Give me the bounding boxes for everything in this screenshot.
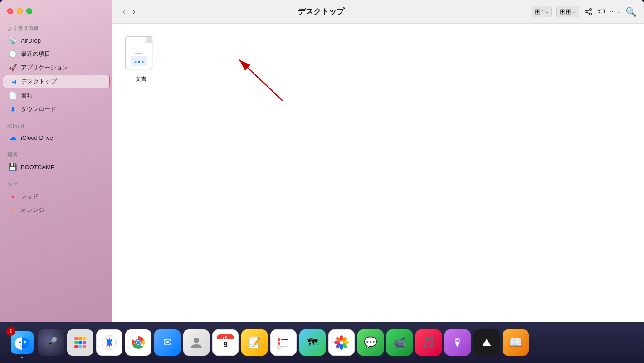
annotation-arrow xyxy=(212,51,285,107)
file-item-docx[interactable]: ___ ___ ___ DOCX 文書 xyxy=(122,33,161,87)
recents-icon: 🕒 xyxy=(8,50,17,58)
grid-icon: ⊞ xyxy=(535,7,541,16)
view-grid-button[interactable]: ⊞ ⌃⌄ xyxy=(532,6,552,17)
dock-app-books[interactable]: 📖 xyxy=(503,329,529,356)
sidebar-item-applications[interactable]: 2 🚀 アプリケーション xyxy=(3,61,110,74)
svg-line-1 xyxy=(239,60,283,101)
dock-app-siri[interactable]: 🎤 xyxy=(38,329,64,356)
search-button[interactable]: 🔍 xyxy=(625,6,637,17)
tag-orange-icon: ● xyxy=(8,207,17,213)
dock-app-reminders[interactable] xyxy=(270,329,297,356)
airdrop-label: AirDrop xyxy=(21,37,41,44)
tag-red-icon: ● xyxy=(8,193,17,200)
step1-badge: 1 xyxy=(6,327,15,336)
documents-label: 書類 xyxy=(21,92,33,100)
file-icon: ___ ___ ___ DOCX xyxy=(125,36,157,73)
downloads-icon: ⬇ xyxy=(8,105,17,113)
icloud-icon: ☁ xyxy=(8,133,17,142)
fullscreen-button[interactable] xyxy=(26,8,32,14)
calendar-icon: 9月 8 xyxy=(217,334,234,351)
tags-section-label: タグ xyxy=(0,177,112,190)
tag-button[interactable]: 🏷 xyxy=(597,7,605,16)
minimize-button[interactable] xyxy=(17,8,23,14)
chrome-icon xyxy=(130,334,147,351)
mail-icon: ✉ xyxy=(163,337,171,348)
downloads-label: ダウンロード xyxy=(21,105,56,113)
podcasts-icon: 🎙 xyxy=(452,336,463,349)
dock-app-chrome[interactable] xyxy=(125,329,151,356)
dock: 1 xyxy=(0,322,644,363)
svg-point-17 xyxy=(74,345,78,348)
file-fold xyxy=(146,37,152,43)
applications-icon: 🚀 xyxy=(8,64,17,72)
share-button[interactable] xyxy=(584,7,593,16)
desktop-icon: 🖥 xyxy=(9,78,18,86)
dock-app-contacts[interactable] xyxy=(183,329,210,356)
bootcamp-icon: 💾 xyxy=(8,163,17,171)
dock-app-launchpad[interactable] xyxy=(67,329,93,356)
svg-text:9月: 9月 xyxy=(223,336,228,339)
dock-app-podcasts[interactable]: 🎙 xyxy=(444,329,471,356)
svg-point-19 xyxy=(83,345,86,348)
locations-section-label: 場所 xyxy=(0,148,112,160)
finder-icon xyxy=(11,331,34,354)
launchpad-icon xyxy=(72,334,88,351)
file-area: ___ ___ ___ DOCX 文書 xyxy=(112,24,644,322)
maps-icon: 🗺 xyxy=(307,337,317,348)
sidebar-item-icloud-drive[interactable]: ☁ iCloud Drive xyxy=(3,131,110,144)
more-button[interactable]: ···⌄ xyxy=(610,7,621,16)
sidebar-item-documents[interactable]: 📄 書類 xyxy=(3,89,110,102)
safari-icon xyxy=(101,334,118,351)
dock-app-notes[interactable]: 📝 xyxy=(241,329,268,356)
music-icon: 🎵 xyxy=(422,336,435,349)
close-button[interactable] xyxy=(7,8,13,14)
dock-app-safari[interactable] xyxy=(96,329,122,356)
view-columns-button[interactable]: ⊞⊞ ⌄ xyxy=(556,6,579,17)
file-icon-label2: ___ xyxy=(135,45,143,49)
svg-point-14 xyxy=(74,341,78,344)
svg-point-15 xyxy=(78,341,82,344)
file-type-label: DOCX xyxy=(133,60,144,64)
sidebar: よく使う項目 📡 AirDrop 🕒 最近の項目 2 🚀 アプリケーション 🖥 … xyxy=(0,0,112,322)
facetime-icon: 📹 xyxy=(393,336,406,349)
sidebar-item-desktop[interactable]: 🖥 デスクトップ xyxy=(3,75,110,88)
file-icon-label: ___ xyxy=(135,40,143,45)
dock-app-mail[interactable]: ✉ xyxy=(154,329,181,356)
documents-icon: 📄 xyxy=(8,92,17,100)
columns-icon: ⊞⊞ xyxy=(560,7,571,16)
appletv-icon xyxy=(478,334,495,351)
svg-point-37 xyxy=(278,338,280,341)
svg-rect-42 xyxy=(281,346,288,347)
siri-icon: 🎤 xyxy=(45,337,58,348)
svg-point-30 xyxy=(137,341,140,344)
icloud-drive-label: iCloud Drive xyxy=(21,134,53,141)
svg-point-41 xyxy=(278,346,280,348)
dock-app-calendar[interactable]: 9月 8 xyxy=(212,329,239,356)
sidebar-item-tag-orange[interactable]: ● オレンジ xyxy=(3,204,110,216)
dock-app-photos[interactable] xyxy=(328,329,355,356)
airdrop-icon: 📡 xyxy=(8,36,17,44)
finder-window: よく使う項目 📡 AirDrop 🕒 最近の項目 2 🚀 アプリケーション 🖥 … xyxy=(0,0,644,322)
recents-label: 最近の項目 xyxy=(21,50,50,58)
dock-app-facetime[interactable]: 📹 xyxy=(386,329,413,356)
sidebar-item-downloads[interactable]: ⬇ ダウンロード xyxy=(3,103,110,116)
sidebar-item-bootcamp[interactable]: 💾 BOOTCAMP xyxy=(3,161,110,173)
file-name-label: 文書 xyxy=(136,75,146,83)
messages-icon: 💬 xyxy=(364,336,377,349)
svg-point-9 xyxy=(24,341,26,343)
dock-app-messages[interactable]: 💬 xyxy=(357,329,384,356)
dock-app-maps[interactable]: 🗺 xyxy=(299,329,326,356)
sidebar-item-tag-red[interactable]: ● レッド xyxy=(3,190,110,203)
notes-icon: 📝 xyxy=(249,337,261,348)
file-icon-label3: ___ xyxy=(135,49,143,54)
dock-app-appletv[interactable] xyxy=(473,329,500,356)
sidebar-item-airdrop[interactable]: 📡 AirDrop xyxy=(3,34,110,47)
svg-point-12 xyxy=(78,337,82,340)
sidebar-item-recents[interactable]: 🕒 最近の項目 xyxy=(3,48,110,60)
tag-red-label: レッド xyxy=(21,192,39,201)
dock-app-music[interactable]: 🎵 xyxy=(415,329,442,356)
dock-app-finder[interactable]: 1 xyxy=(9,329,35,356)
reminders-icon xyxy=(276,335,291,350)
svg-rect-40 xyxy=(281,343,288,343)
books-icon: 📖 xyxy=(509,336,522,349)
